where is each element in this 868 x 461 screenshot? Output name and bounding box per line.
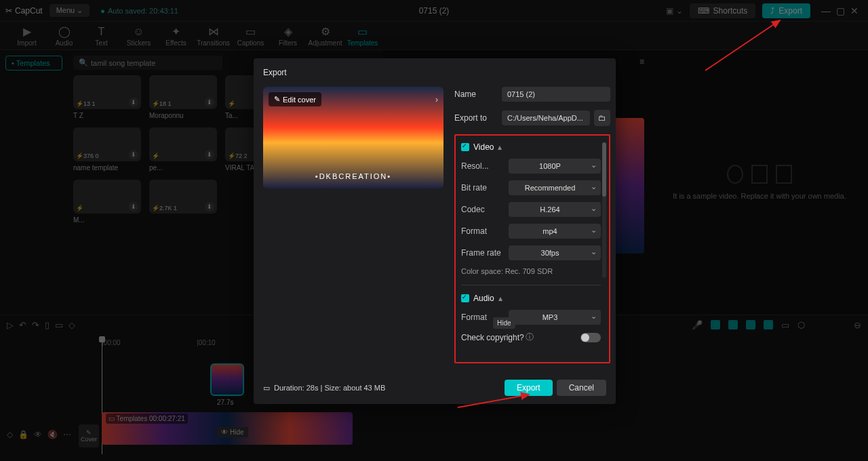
settings-scrollbar[interactable]: [602, 142, 606, 278]
video-section-label: Video: [473, 142, 494, 152]
svg-line-0: [705, 20, 780, 71]
cover-next-icon[interactable]: ›: [435, 95, 438, 104]
video-format-dropdown[interactable]: mp4: [509, 224, 601, 239]
export-settings-box: Video ▴ Resol...1080P Bit rateRecommende…: [454, 134, 610, 363]
codec-label: Codec: [461, 205, 509, 214]
browse-folder-button[interactable]: 🗀: [594, 110, 610, 126]
duration-info: ▭ Duration: 28s | Size: about 43 MB: [263, 384, 385, 393]
name-input[interactable]: 0715 (2): [502, 87, 610, 102]
resolution-label: Resol...: [461, 161, 509, 171]
cover-watermark: •DKBCREATION•: [315, 172, 391, 188]
name-label: Name: [454, 89, 502, 99]
bitrate-dropdown[interactable]: Recommended: [509, 180, 601, 195]
copyright-toggle[interactable]: [580, 333, 601, 342]
audio-format-dropdown[interactable]: MP3: [509, 310, 601, 325]
export-modal: Export ✎ Edit cover › •DKBCREATION• Name…: [254, 58, 616, 404]
audio-section-label: Audio: [473, 294, 494, 303]
framerate-dropdown[interactable]: 30fps: [509, 245, 601, 260]
modal-title: Export: [263, 68, 606, 77]
hide-tooltip: Hide: [493, 317, 515, 329]
svg-line-1: [458, 395, 529, 407]
codec-dropdown[interactable]: H.264: [509, 202, 601, 217]
colorspace-info: Color space: Rec. 709 SDR: [461, 267, 601, 275]
copyright-label: Check copyright?: [461, 333, 524, 342]
video-format-label: Format: [461, 226, 509, 236]
bitrate-label: Bit rate: [461, 183, 509, 193]
edit-cover-button[interactable]: ✎ Edit cover: [269, 92, 321, 106]
exportto-input[interactable]: C:/Users/Neha/AppD...: [502, 111, 590, 125]
resolution-dropdown[interactable]: 1080P: [509, 159, 601, 174]
cancel-button[interactable]: Cancel: [557, 380, 606, 396]
framerate-label: Frame rate: [461, 248, 509, 258]
exportto-label: Export to: [454, 113, 502, 123]
info-icon[interactable]: ⓘ: [526, 332, 534, 343]
audio-checkbox[interactable]: [461, 294, 469, 302]
export-cover-preview: ✎ Edit cover › •DKBCREATION•: [263, 87, 443, 188]
video-checkbox[interactable]: [461, 143, 469, 151]
